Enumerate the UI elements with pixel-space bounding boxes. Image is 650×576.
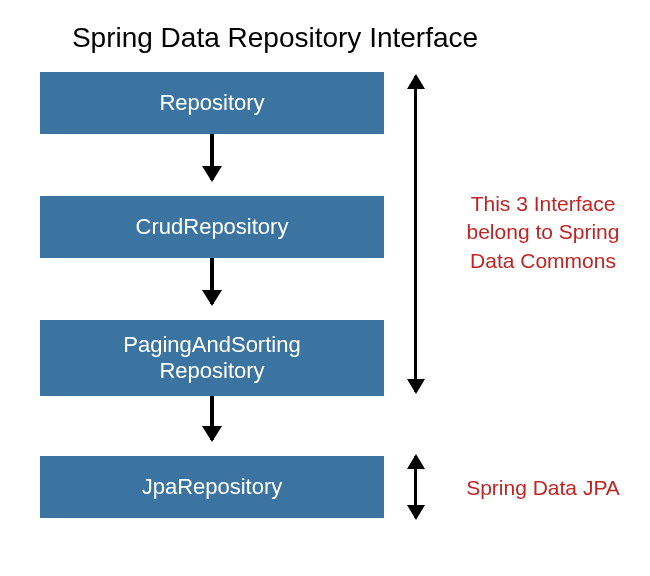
label-commons-l1: This 3 Interface: [471, 192, 616, 215]
box-jpa-repository-label: JpaRepository: [142, 474, 283, 500]
box-crud-repository: CrudRepository: [40, 196, 384, 258]
box3-line1: PagingAndSorting: [123, 332, 300, 357]
arrow-2: [210, 258, 214, 304]
box-jpa-repository: JpaRepository: [40, 456, 384, 518]
box-repository-label: Repository: [159, 90, 264, 116]
arrow-3: [210, 396, 214, 440]
box-repository: Repository: [40, 72, 384, 134]
diagram-title: Spring Data Repository Interface: [0, 0, 520, 72]
box-crud-repository-label: CrudRepository: [136, 214, 289, 240]
box3-line2: Repository: [159, 358, 264, 383]
bracket-jpa: [414, 456, 417, 518]
label-commons-l3: Data Commons: [470, 249, 616, 272]
box-paging-sorting-repository: PagingAndSorting Repository: [40, 320, 384, 396]
bracket-commons: [414, 76, 417, 392]
label-spring-data-commons: This 3 Interface belong to Spring Data C…: [448, 190, 638, 275]
box-paging-sorting-repository-label: PagingAndSorting Repository: [123, 332, 300, 385]
label-spring-data-jpa: Spring Data JPA: [448, 474, 638, 502]
arrow-1: [210, 134, 214, 180]
diagram-container: Repository CrudRepository PagingAndSorti…: [0, 72, 650, 572]
label-commons-l2: belong to Spring: [467, 220, 620, 243]
